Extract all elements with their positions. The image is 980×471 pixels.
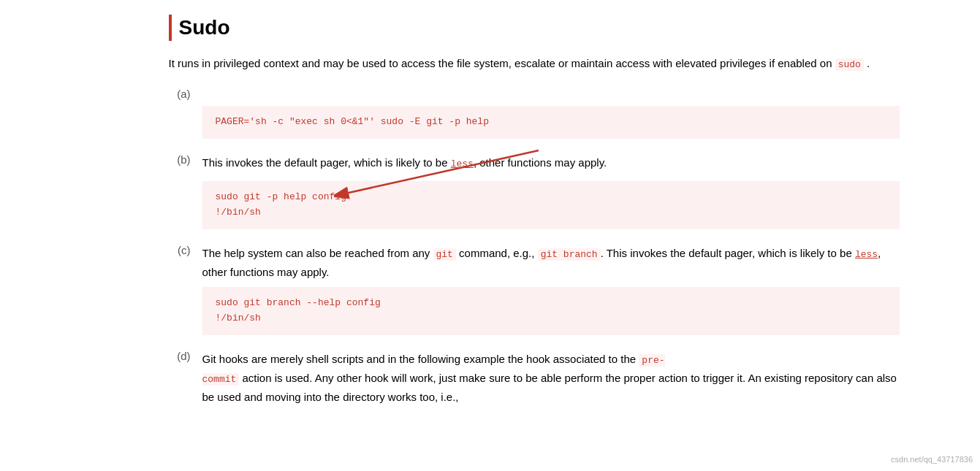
- page-container: Sudo It runs in privileged context and m…: [52, 0, 929, 435]
- section-row-a: (a): [169, 88, 900, 100]
- section-c-content: The help system can also be reached from…: [202, 244, 900, 282]
- c-text1: The help system can also be reached from…: [202, 247, 433, 259]
- title-section: Sudo: [169, 15, 900, 41]
- b-text-before: This invokes the default pager, which is…: [202, 156, 451, 169]
- section-item-a: (a) PAGER='sh -c "exec sh 0<&1"' sudo -E…: [169, 88, 900, 139]
- section-row-c: (c) The help system can also be reached …: [169, 244, 900, 282]
- section-d-content: Git hooks are merely shell scripts and i…: [202, 350, 900, 407]
- section-row-d: (d) Git hooks are merely shell scripts a…: [169, 350, 900, 407]
- intro-text-before: It runs in privileged context and may be…: [169, 57, 832, 69]
- b-text-after: , other functions may apply.: [474, 156, 607, 169]
- intro-text-after: .: [867, 57, 870, 69]
- b-arrow-code-area: sudo git -p help config !/bin/sh: [202, 181, 900, 229]
- code-block-b: sudo git -p help config !/bin/sh: [202, 181, 900, 229]
- page-title: Sudo: [179, 16, 230, 39]
- b-code-less: less: [451, 158, 474, 169]
- code-block-c: sudo git branch --help config !/bin/sh: [202, 287, 900, 335]
- c-text3: . This invokes the default pager, which …: [601, 247, 855, 259]
- label-c: (c): [169, 244, 191, 256]
- section-item-d: (d) Git hooks are merely shell scripts a…: [169, 350, 900, 407]
- title-bar: [169, 15, 172, 41]
- section-b-text: This invokes the default pager, which is…: [202, 153, 900, 172]
- section-b-content: This invokes the default pager, which is…: [202, 153, 900, 175]
- label-a: (a): [169, 88, 191, 100]
- section-row-b: (b) This invokes the default pager, whic…: [169, 153, 900, 175]
- section-item-b: (b) This invokes the default pager, whic…: [169, 153, 900, 229]
- d-text1: Git hooks are merely shell scripts and i…: [202, 353, 639, 365]
- intro-code-sudo: sudo: [835, 58, 864, 71]
- c-code-git: git: [433, 248, 456, 261]
- c-code-less: less: [855, 249, 878, 260]
- intro-paragraph: It runs in privileged context and may be…: [169, 54, 900, 73]
- label-d: (d): [169, 350, 191, 362]
- code-block-a: PAGER='sh -c "exec sh 0<&1"' sudo -E git…: [202, 106, 900, 139]
- c-code-git-branch: git branch: [538, 248, 601, 261]
- d-text2: action is used. Any other hook will work…: [202, 372, 897, 403]
- watermark: csdn.net/qq_43717836: [891, 455, 973, 464]
- section-item-c: (c) The help system can also be reached …: [169, 244, 900, 335]
- label-b: (b): [169, 153, 191, 166]
- c-text2: command, e.g.,: [456, 247, 538, 259]
